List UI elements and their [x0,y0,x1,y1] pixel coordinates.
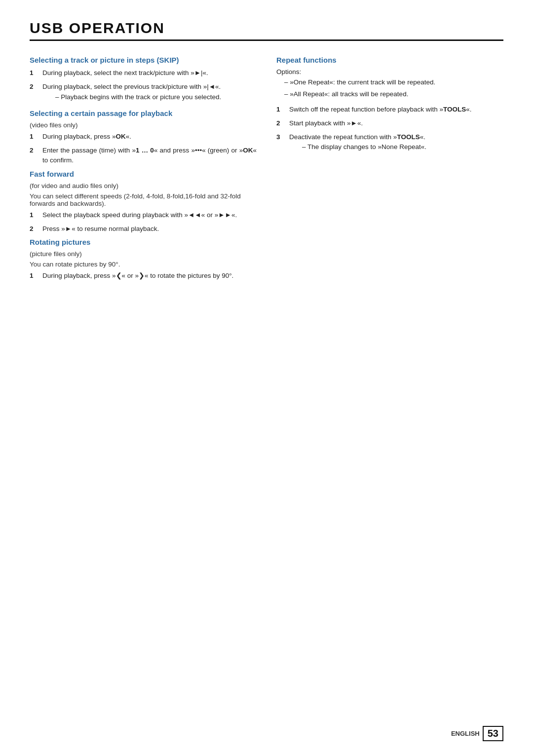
page-title: USB OPERATION [30,20,503,41]
step-num-p1: 1 [30,132,38,142]
section-ff-subtitle1: (for video and audio files only) [30,182,257,189]
step-text-r2: Start playback with »►«. [289,118,503,128]
section-repeat-steps: 1 Switch off the repeat function before … [276,105,503,155]
step-text-p1: During playback, press »OK«. [42,132,257,142]
step-text-r1: Switch off the repeat function before pl… [289,105,503,114]
step-num-ff2: 2 [30,224,38,234]
step-num-2: 2 [30,82,38,105]
options-label: Options: [276,68,503,76]
section-rot-steps: 1 During playback, press »❮« or »❯« to r… [30,271,257,281]
step-num-r3: 3 [276,132,284,155]
section-rotating: Rotating pictures (picture files only) Y… [30,238,257,281]
step-num-1: 1 [30,68,38,78]
step-num-ff1: 1 [30,210,38,220]
footer-lang: ENGLISH [451,730,480,737]
section-passage-subtitle: (video files only) [30,121,257,129]
step-p2: 2 Enter the passage (time) with »1 … 0« … [30,146,257,166]
section-rot-title: Rotating pictures [30,238,257,246]
step-num-p2: 2 [30,146,38,166]
section-repeat-title: Repeat functions [276,56,503,64]
option-one-repeat: – »One Repeat«: the current track will b… [284,77,503,87]
step-text-2: During playback, select the previous tra… [42,82,257,105]
section-rot-subtitle1: (picture files only) [30,250,257,258]
right-column: Repeat functions Options: – »One Repeat«… [276,56,503,285]
step-text-ff1: Select the playback speed during playbac… [42,210,257,220]
step-ff2: 2 Press »►« to resume normal playback. [30,224,257,234]
step-num-r1: 1 [276,105,284,114]
step-2: 2 During playback, select the previous t… [30,82,257,105]
step-num-rot1: 1 [30,271,38,281]
step-2-note: – Playback begins with the track or pict… [55,92,257,102]
section-passage: Selecting a certain passage for playback… [30,109,257,166]
step-rot1: 1 During playback, press »❮« or »❯« to r… [30,271,257,281]
section-passage-steps: 1 During playback, press »OK«. 2 Enter t… [30,132,257,166]
step-text-ff2: Press »►« to resume normal playback. [42,224,257,234]
section-skip-steps: 1 During playback, select the next track… [30,68,257,105]
step-r3-note: – The display changes to »None Repeat«. [302,142,503,152]
section-skip-title: Selecting a track or picture in steps (S… [30,56,257,64]
option-all-repeat: – »All Repeat«: all tracks will be repea… [284,89,503,99]
section-passage-title: Selecting a certain passage for playback [30,109,257,117]
step-text-1: During playback, select the next track/p… [42,68,257,78]
step-p1: 1 During playback, press »OK«. [30,132,257,142]
section-ff-subtitle2: You can select different speeds (2-fold,… [30,192,257,207]
footer-page-num: 53 [483,726,503,741]
options-list: – »One Repeat«: the current track will b… [284,77,503,100]
section-fast-forward: Fast forward (for video and audio files … [30,170,257,234]
step-text-r3: Deactivate the repeat function with »TOO… [289,132,503,155]
section-repeat: Repeat functions Options: – »One Repeat«… [276,56,503,155]
step-1: 1 During playback, select the next track… [30,68,257,78]
section-ff-title: Fast forward [30,170,257,178]
step-ff1: 1 Select the playback speed during playb… [30,210,257,220]
step-r1: 1 Switch off the repeat function before … [276,105,503,114]
section-ff-steps: 1 Select the playback speed during playb… [30,210,257,234]
section-rot-subtitle2: You can rotate pictures by 90°. [30,261,257,268]
step-r3: 3 Deactivate the repeat function with »T… [276,132,503,155]
step-num-r2: 2 [276,118,284,128]
section-skip: Selecting a track or picture in steps (S… [30,56,257,105]
step-text-rot1: During playback, press »❮« or »❯« to rot… [42,271,257,281]
footer: ENGLISH 53 [451,726,503,741]
step-text-p2: Enter the passage (time) with »1 … 0« an… [42,146,257,166]
left-column: Selecting a track or picture in steps (S… [30,56,257,285]
step-r2: 2 Start playback with »►«. [276,118,503,128]
